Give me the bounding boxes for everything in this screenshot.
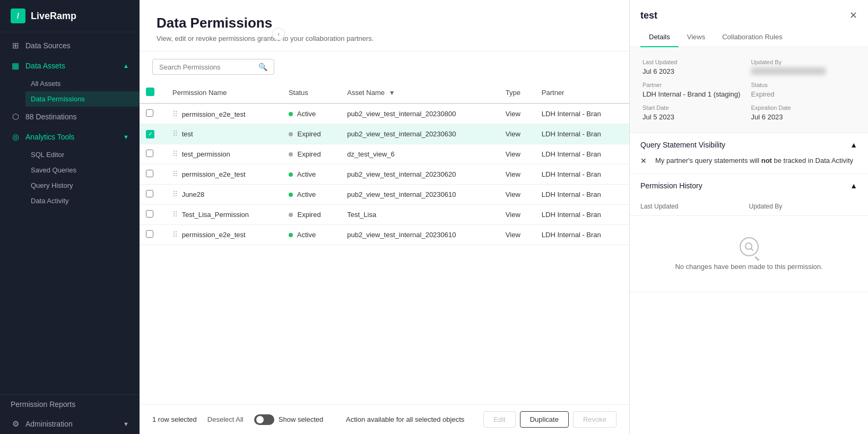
query-statement-body: ✕ My partner's query statements will not… xyxy=(630,157,868,173)
row-checkbox-cell[interactable] xyxy=(140,224,166,245)
deselect-all-button[interactable]: Deselect All xyxy=(207,415,244,423)
sidebar-item-data-permissions[interactable]: Data Permissions xyxy=(25,91,140,107)
permission-name: June28 xyxy=(182,190,205,198)
sidebar-collapse-button[interactable]: ‹ xyxy=(272,28,285,40)
row-partner-cell: LDH Internal - Bran xyxy=(535,204,629,224)
col-header-type: Type xyxy=(499,82,535,103)
table-row[interactable]: ⠿ permission_e2e_test Active pub2_view_t… xyxy=(140,103,629,124)
sidebar-item-data-activity[interactable]: Data Activity xyxy=(25,193,140,209)
panel-tabs: Details Views Collaboration Rules xyxy=(640,29,857,47)
table-row[interactable]: ⠿ Test_Lisa_Permission Expired Test_Lisa… xyxy=(140,204,629,224)
row-asset-name-cell: pub2_view_test_internal_20230800 xyxy=(341,103,499,124)
row-checkbox[interactable] xyxy=(146,150,153,157)
sidebar-item-label: SQL Editor xyxy=(31,151,64,159)
query-statement-section: Query Statement Visibility ▲ ✕ My partne… xyxy=(630,133,868,174)
partner-value: LDH Internal - Brand 1 (staging) xyxy=(643,90,747,98)
tab-views[interactable]: Views xyxy=(679,29,714,47)
tab-details[interactable]: Details xyxy=(640,29,679,47)
row-checkbox-cell[interactable] xyxy=(140,144,166,164)
expiration-date-label: Expiration Date xyxy=(751,105,856,111)
status-dot xyxy=(289,132,293,136)
row-partner-cell: LDH Internal - Bran xyxy=(535,184,629,204)
updated-by-cell: Updated By xyxy=(749,56,858,79)
search-input[interactable] xyxy=(159,63,254,71)
asset-name: dz_test_view_6 xyxy=(347,150,395,158)
select-all-checkbox[interactable] xyxy=(146,88,154,96)
table-row[interactable]: ⠿ permission_e2e_test Active pub2_view_t… xyxy=(140,224,629,245)
partner-text: LDH Internal - Bran xyxy=(542,231,601,239)
status-text: Expired xyxy=(298,211,321,219)
sidebar-item-label: Data Assets xyxy=(25,62,65,70)
row-status-cell: Active xyxy=(282,164,341,184)
search-box[interactable]: 🔍 xyxy=(152,59,274,75)
page-title: Data Permissions xyxy=(157,15,612,31)
table-row[interactable]: ⠿ permission_e2e_test Active pub2_view_t… xyxy=(140,164,629,184)
row-checkbox[interactable] xyxy=(146,109,153,117)
sidebar-item-label: 88 Destinations xyxy=(25,112,77,121)
tab-collaboration-rules[interactable]: Collaboration Rules xyxy=(714,29,791,47)
revoke-button[interactable]: Revoke xyxy=(573,411,617,428)
row-checkbox[interactable] xyxy=(146,210,153,218)
edit-button[interactable]: Edit xyxy=(483,411,515,428)
sidebar-item-data-sources[interactable]: ⊞ Data Sources xyxy=(0,36,140,56)
row-drag-handle-cell: ⠿ Test_Lisa_Permission xyxy=(166,204,282,224)
row-type-cell: View xyxy=(499,103,535,124)
row-checkbox-cell[interactable]: ✓ xyxy=(140,124,166,144)
sidebar-item-query-history[interactable]: Query History xyxy=(25,178,140,193)
status-text: Expired xyxy=(298,150,321,158)
table-row[interactable]: ✓ ⠿ test Expired pub2_view_test_internal… xyxy=(140,124,629,144)
panel-header: test ✕ Details Views Collaboration Rules xyxy=(630,0,868,47)
sidebar-item-permission-reports[interactable]: Permission Reports xyxy=(0,395,140,414)
row-checkbox-cell[interactable] xyxy=(140,103,166,124)
col-header-asset-name: Asset Name ▼ xyxy=(341,82,499,103)
app-logo[interactable]: / LiveRamp xyxy=(0,0,140,32)
row-drag-handle-cell: ⠿ June28 xyxy=(166,184,282,204)
row-checkbox[interactable]: ✓ xyxy=(146,130,154,138)
sidebar-item-all-assets[interactable]: All Assets xyxy=(25,76,140,91)
row-checkbox[interactable] xyxy=(146,170,153,177)
row-type-cell: View xyxy=(499,144,535,164)
drag-handle-icon: ⠿ xyxy=(172,129,178,138)
header-checkbox-cell xyxy=(140,82,166,103)
sidebar-item-analytics-tools[interactable]: ◎ Analytics Tools ▼ xyxy=(0,127,140,147)
panel-close-button[interactable]: ✕ xyxy=(849,10,857,21)
show-selected-toggle[interactable] xyxy=(254,414,274,425)
sidebar-section-main: ⊞ Data Sources ▦ Data Assets ▲ All Asset… xyxy=(0,32,140,212)
query-statement-toggle[interactable]: Query Statement Visibility ▲ xyxy=(630,133,868,157)
row-type-cell: View xyxy=(499,224,535,245)
no-changes-container: No changes have been made to this permis… xyxy=(630,216,868,292)
history-col-last-updated: Last Updated xyxy=(640,203,749,210)
row-partner-cell: LDH Internal - Bran xyxy=(535,103,629,124)
row-drag-handle-cell: ⠿ permission_e2e_test xyxy=(166,164,282,184)
status-text: Active xyxy=(297,170,316,178)
sidebar-item-administration[interactable]: ⚙ Administration ▼ xyxy=(0,414,140,434)
table-row[interactable]: ⠿ test_permission Expired dz_test_view_6… xyxy=(140,144,629,164)
permission-history-toggle[interactable]: Permission History ▲ xyxy=(630,174,868,197)
asset-name: pub2_view_test_internal_20230610 xyxy=(347,231,456,239)
col-header-status: Status xyxy=(282,82,341,103)
permissions-table: Permission Name Status Asset Name ▼ Type xyxy=(140,82,629,245)
row-checkbox-cell[interactable] xyxy=(140,204,166,224)
duplicate-button[interactable]: Duplicate xyxy=(520,411,569,428)
table-row[interactable]: ⠿ June28 Active pub2_view_test_internal_… xyxy=(140,184,629,204)
analytics-icon: ◎ xyxy=(11,132,20,142)
sidebar-item-saved-queries[interactable]: Saved Queries xyxy=(25,162,140,178)
drag-handle-icon: ⠿ xyxy=(172,110,178,118)
sidebar-item-data-assets[interactable]: ▦ Data Assets ▲ xyxy=(0,56,140,76)
row-asset-name-cell: dz_test_view_6 xyxy=(341,144,499,164)
row-asset-name-cell: pub2_view_test_internal_20230610 xyxy=(341,224,499,245)
visibility-prefix: My partner's query statements will xyxy=(655,157,761,164)
row-checkbox[interactable] xyxy=(146,190,153,197)
row-checkbox-cell[interactable] xyxy=(140,184,166,204)
partner-text: LDH Internal - Bran xyxy=(542,130,601,138)
filter-icon[interactable]: ▼ xyxy=(389,89,395,97)
row-checkbox[interactable] xyxy=(146,230,153,238)
sidebar-item-sql-editor[interactable]: SQL Editor xyxy=(25,147,140,162)
partner-text: LDH Internal - Bran xyxy=(542,150,601,158)
permissions-table-container: Permission Name Status Asset Name ▼ Type xyxy=(140,82,629,404)
start-date-value: Jul 5 2023 xyxy=(643,113,747,121)
panel-title-row: test ✕ xyxy=(640,10,857,21)
sidebar-item-destinations[interactable]: ⬡ 88 Destinations xyxy=(0,107,140,127)
row-checkbox-cell[interactable] xyxy=(140,164,166,184)
row-drag-handle-cell: ⠿ test_permission xyxy=(166,144,282,164)
